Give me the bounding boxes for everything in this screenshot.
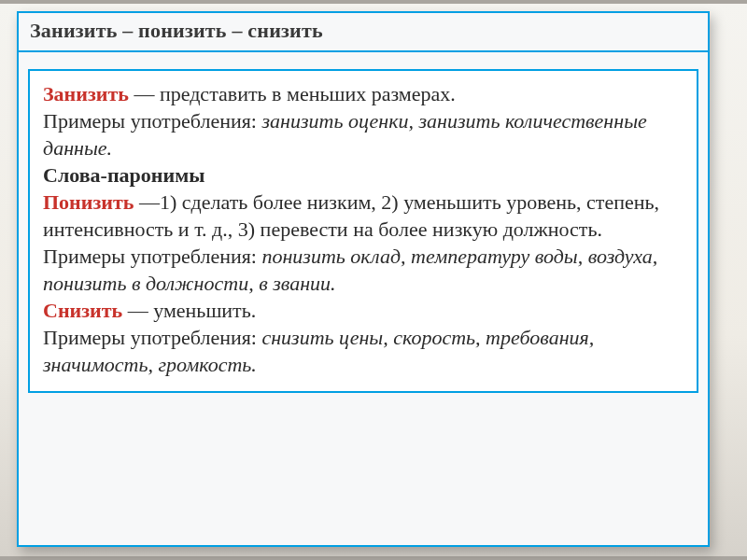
body-wrapper: Занизить — представить в меньших размера… bbox=[19, 52, 708, 402]
examples-ponizit: Примеры употребления: понизить оклад, те… bbox=[43, 243, 684, 297]
entry-ponizit: Понизить —1) сделать более низким, 2) ум… bbox=[43, 189, 684, 243]
term-snizit: Снизить bbox=[43, 299, 122, 322]
term-ponizit: Понизить bbox=[43, 190, 134, 214]
title-bar: Занизить – понизить – снизить bbox=[19, 13, 708, 52]
paronyms-header: Слова-паронимы bbox=[43, 161, 684, 189]
def-ponizit: —1) сделать более низким, 2) уменьшить у… bbox=[43, 190, 659, 241]
examples-label-ponizit: Примеры употребления: bbox=[43, 245, 257, 268]
examples-zanizit: Примеры употребления: занизить оценки, з… bbox=[43, 107, 684, 161]
examples-label-zanizit: Примеры употребления: bbox=[43, 109, 257, 133]
content-card: Занизить – понизить – снизить Занизить —… bbox=[17, 11, 710, 547]
term-zanizit: Занизить bbox=[43, 82, 129, 105]
slide-title: Занизить – понизить – снизить bbox=[30, 19, 697, 43]
entry-snizit: Снизить — уменьшить. bbox=[43, 297, 684, 324]
entry-zanizit: Занизить — представить в меньших размера… bbox=[43, 80, 684, 107]
examples-label-snizit: Примеры употребления: bbox=[43, 326, 257, 349]
def-zanizit: — представить в меньших размерах. bbox=[134, 82, 455, 105]
def-snizit: — уменьшить. bbox=[128, 299, 257, 322]
body-box: Занизить — представить в меньших размера… bbox=[28, 69, 698, 393]
slide-stage: Занизить – понизить – снизить Занизить —… bbox=[0, 0, 747, 560]
examples-snizit: Примеры употребления: снизить цены, скор… bbox=[43, 324, 684, 378]
